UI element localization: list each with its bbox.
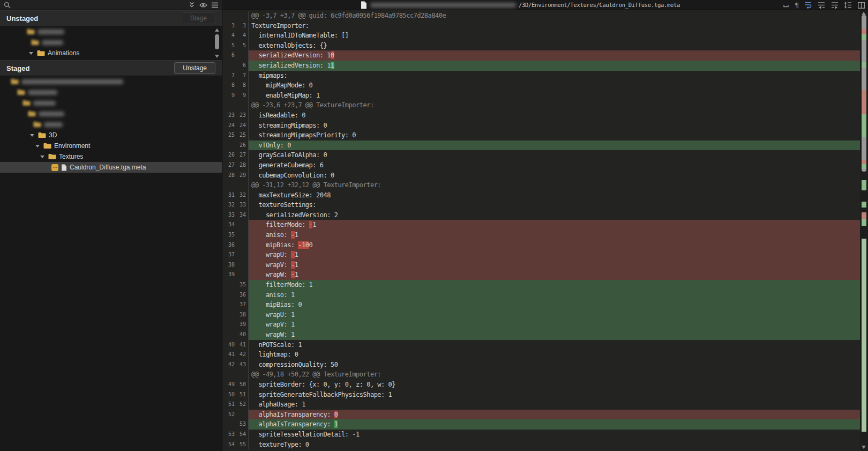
added-line-row[interactable]: 6 serializedVersion: 11 [222,61,860,71]
word-wrap-icon[interactable] [804,1,812,9]
redacted-label [21,79,123,84]
context-line-row[interactable]: 4041 nPOTScale: 1 [222,340,860,350]
tree-item-cauldron-diffuse-tga-meta[interactable]: ⋯Cauldron_Diffuse.tga.meta [0,162,222,173]
tree-item-redacted[interactable] [0,37,222,48]
removed-line-row[interactable]: 37 wrapU: -1 [222,250,860,260]
added-line-row[interactable]: 35 filterMode: 1 [222,280,860,290]
diff-map-marker-red [862,29,866,34]
new-line-number: 51 [237,390,248,400]
tree-item-textures[interactable]: Textures [0,151,222,162]
context-line-row[interactable]: 99 enableMipMap: 1 [222,91,860,101]
tree-item-redacted[interactable] [0,119,222,130]
added-line-row[interactable]: 38 wrapU: 1 [222,310,860,320]
old-line-number: 6 [222,50,237,61]
context-line-row[interactable]: 4243 compressionQuality: 50 [222,360,860,370]
context-line-row[interactable]: 5051 spriteGenerateFallbackPhysicsShape:… [222,390,860,400]
context-line-row[interactable]: 2627 grayScaleToAlpha: 0 [222,150,860,160]
diff-map-marker-green [862,114,866,137]
context-line-row[interactable]: 5152 alphaUsage: 1 [222,400,860,410]
expander-triangle-icon[interactable] [35,145,40,147]
removed-line-row[interactable]: 52 alphaIsTransparency: 0 [222,410,860,420]
inline-change-highlight: - [291,251,295,258]
added-line-row[interactable]: 37 mipBias: 0 [222,300,860,310]
added-line-row[interactable]: 39 wrapV: 1 [222,320,860,330]
line-text: lightmap: 0 [249,350,860,360]
context-line-row[interactable]: 3132 maxTextureSize: 2048 [222,190,860,201]
context-line-row[interactable]: 2525 streamingMipmapsPriority: 0 [222,130,860,141]
split-view-icon[interactable] [857,2,865,9]
eye-icon[interactable] [199,2,207,8]
context-line-row[interactable]: 2728 generateCubemap: 6 [222,160,860,171]
context-line-row[interactable]: 4950 spriteBorder: {x: 0, y: 0, z: 0, w:… [222,380,860,390]
context-line-row[interactable]: 2829 cubemapConvolution: 0 [222,171,860,181]
whitespace-icon[interactable] [782,2,790,9]
hamburger-menu-icon[interactable] [211,2,219,8]
unstaged-tree-scrollbar[interactable] [214,27,220,59]
hunk-header-row[interactable]: @@ -31,12 +32,12 @@ TextureImporter: [222,180,860,190]
tree-item-redacted[interactable] [0,76,222,87]
tree-item-redacted[interactable] [0,26,222,37]
expander-triangle-icon[interactable] [29,52,33,55]
new-line-number [237,240,248,250]
context-line-row[interactable]: 4142 lightmap: 0 [222,350,860,360]
added-line-row[interactable]: 53 alphaIsTransparency: 1 [222,419,860,430]
context-line-row[interactable]: 55 externalObjects: {} [222,41,860,51]
context-line-row[interactable]: 3233 textureSettings: [222,200,860,210]
removed-line-row[interactable]: 6 serializedVersion: 10 [222,50,860,61]
removed-line-row[interactable]: 35 aniso: -1 [222,230,860,240]
scroll-down-arrow-icon[interactable] [215,55,219,58]
diff-map-marker-red [862,160,866,164]
unstage-button[interactable]: Unstage [174,62,215,74]
redacted-repo-path [370,3,516,8]
arrow-into-lines-left-icon[interactable] [817,1,826,9]
added-line-row[interactable]: 36 aniso: 1 [222,290,860,300]
line-height-icon[interactable] [844,1,852,9]
tree-item-animations[interactable]: Animations [0,48,222,58]
tree-item-redacted[interactable] [0,87,222,98]
diff-scrollbar[interactable] [860,10,868,451]
scroll-up-arrow-icon[interactable] [215,28,219,32]
removed-line-row[interactable]: 36 mipBias: -100 [222,240,860,250]
tree-item-3d[interactable]: 3D [0,130,222,141]
removed-line-row[interactable]: 38 wrapV: -1 [222,260,860,270]
old-line-number [222,300,237,310]
expander-triangle-icon[interactable] [40,156,44,158]
double-chevron-down-icon[interactable] [188,2,196,8]
line-text: streamingMipmapsPriority: 0 [249,130,860,141]
search-bar[interactable] [0,0,222,10]
context-line-row[interactable]: 2424 streamingMipmaps: 0 [222,121,860,131]
old-line-number [222,330,237,340]
tree-item-environment[interactable]: Environment [0,141,222,151]
added-line-row[interactable]: 40 wrapW: 1 [222,330,860,340]
expander-triangle-icon[interactable] [30,134,34,137]
hunk-header-row[interactable]: @@ -3,7 +3,7 @@ guid: 6c9fd0a0956f1984a9… [222,11,860,21]
context-line-row[interactable]: 5455 textureType: 0 [222,440,860,450]
context-line-row[interactable]: 44 internalIDToNameTable: [] [222,31,860,41]
context-line-row[interactable]: 2323 isReadable: 0 [222,110,860,121]
scroll-thumb[interactable] [215,34,219,49]
tree-item-redacted[interactable] [0,98,222,108]
added-line-row[interactable]: 26 vTOnly: 0 [222,141,860,151]
removed-line-row[interactable]: 39 wrapW: -1 [222,270,860,280]
line-text: mipMapMode: 0 [249,80,860,91]
stage-button[interactable]: Stage [182,12,215,24]
app-window: /3D/Environment/Textures/Cauldron_Diffus… [0,0,868,451]
new-line-number: 40 [237,330,248,340]
context-line-row[interactable]: 88 mipMapMode: 0 [222,80,860,91]
scroll-down-arrow-icon[interactable] [862,446,866,449]
old-line-number: 52 [222,410,237,420]
modified-status-icon: ⋯ [51,164,58,171]
diff-view-toolbar: ¶ [782,0,865,10]
context-line-row[interactable]: 5354 spriteTessellationDetail: -1 [222,430,860,440]
context-line-row[interactable]: 3334 serializedVersion: 2 [222,210,860,220]
context-line-row[interactable]: 77 mipmaps: [222,71,860,81]
tree-item-redacted[interactable] [0,108,222,119]
hunk-header-row[interactable]: @@ -49,18 +50,22 @@ TextureImporter: [222,369,860,380]
removed-line-row[interactable]: 34 filterMode: -1 [222,220,860,230]
pilcrow-icon[interactable]: ¶ [795,2,799,9]
tree-item-label: 3D [49,131,57,139]
hunk-header-row[interactable]: @@ -23,6 +23,7 @@ TextureImporter: [222,100,860,110]
arrow-into-lines-right-icon[interactable] [830,1,839,9]
context-line-row[interactable]: 33TextureImporter: [222,21,860,31]
new-line-number: 29 [237,171,248,181]
